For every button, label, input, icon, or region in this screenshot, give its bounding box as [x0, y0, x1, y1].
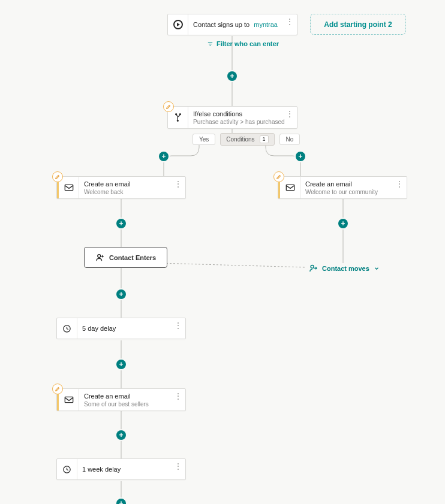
contact-enters-label: Contact Enters [109, 254, 156, 261]
ifelse-subtitle: Purchase activity > has purchased [193, 119, 291, 125]
email-card-best[interactable]: Create an email Some of our best sellers… [56, 388, 186, 411]
svg-line-8 [159, 263, 305, 267]
add-starting-point-label: Add starting point 2 [324, 20, 392, 29]
email-card-no[interactable]: Create an email Welcome to our community… [278, 176, 407, 199]
more-icon[interactable]: ⋮ [285, 17, 293, 26]
svg-rect-16 [286, 185, 294, 190]
clock-icon [57, 459, 77, 479]
clock-icon [57, 318, 77, 339]
conditions-count: 1 [260, 135, 269, 143]
edit-badge-icon[interactable] [52, 384, 63, 394]
add-step-button[interactable] [227, 71, 237, 81]
delay-title: 5 day delay [82, 325, 116, 332]
email-title: Create an email [305, 180, 352, 188]
contact-moves-label: Contact moves [322, 265, 369, 272]
chevron-down-icon [374, 265, 380, 271]
edit-badge-icon[interactable] [163, 101, 174, 112]
more-icon[interactable]: ⋮ [174, 391, 182, 401]
conditions-pill[interactable]: Conditions 1 [220, 133, 274, 146]
svg-point-17 [98, 255, 101, 258]
delay-title: 1 week delay [82, 466, 121, 473]
add-step-button[interactable] [159, 152, 169, 161]
email-subtitle: Welcome back [84, 189, 179, 195]
branch-yes[interactable]: Yes [193, 134, 215, 145]
add-step-button[interactable] [116, 430, 126, 440]
ifelse-title: If/else conditions [193, 110, 242, 117]
email-title: Create an email [84, 393, 131, 400]
add-step-button[interactable] [116, 499, 126, 504]
more-icon[interactable]: ⋮ [174, 461, 182, 471]
edit-badge-icon[interactable] [273, 171, 284, 182]
play-icon [168, 14, 188, 35]
more-icon[interactable]: ⋮ [174, 321, 182, 330]
branch-row: Yes Conditions 1 No [193, 133, 300, 146]
contact-enters[interactable]: Contact Enters [84, 247, 167, 268]
ifelse-card[interactable]: If/else conditions Purchase activity > h… [167, 106, 297, 129]
add-step-button[interactable] [116, 219, 126, 228]
more-icon[interactable]: ⋮ [285, 109, 293, 119]
list-link[interactable]: myntraa [254, 21, 278, 28]
person-move-icon [309, 264, 318, 273]
conditions-label: Conditions [226, 136, 254, 143]
delay-card-5days[interactable]: 5 day delay ⋮ [56, 318, 186, 339]
more-icon[interactable]: ⋮ [174, 179, 182, 189]
add-step-button[interactable] [338, 219, 348, 228]
email-subtitle: Welcome to our community [305, 189, 401, 195]
contact-moves[interactable]: Contact moves [309, 264, 380, 273]
edit-badge-icon[interactable] [52, 171, 63, 182]
add-step-button[interactable] [116, 360, 126, 369]
svg-rect-15 [65, 185, 73, 190]
email-title: Create an email [84, 180, 131, 188]
more-icon[interactable]: ⋮ [395, 179, 403, 189]
start-title: Contact signs up to [193, 21, 249, 28]
filter-who-can-enter[interactable]: Filter who can enter [207, 40, 279, 47]
starting-point-card[interactable]: Contact signs up to myntraa ⋮ [167, 14, 297, 35]
svg-point-20 [311, 265, 314, 268]
delay-card-1week[interactable]: 1 week delay ⋮ [56, 458, 186, 480]
filter-label: Filter who can enter [217, 40, 279, 47]
email-subtitle: Some of our best sellers [84, 401, 179, 408]
add-starting-point-button[interactable]: Add starting point 2 [310, 14, 406, 35]
person-plus-icon [95, 253, 104, 262]
svg-rect-22 [65, 397, 73, 402]
add-step-button[interactable] [296, 152, 305, 161]
branch-no[interactable]: No [279, 134, 300, 145]
email-card-yes[interactable]: Create an email Welcome back ⋮ [56, 176, 186, 199]
add-step-button[interactable] [116, 289, 126, 299]
filter-icon [207, 41, 214, 47]
